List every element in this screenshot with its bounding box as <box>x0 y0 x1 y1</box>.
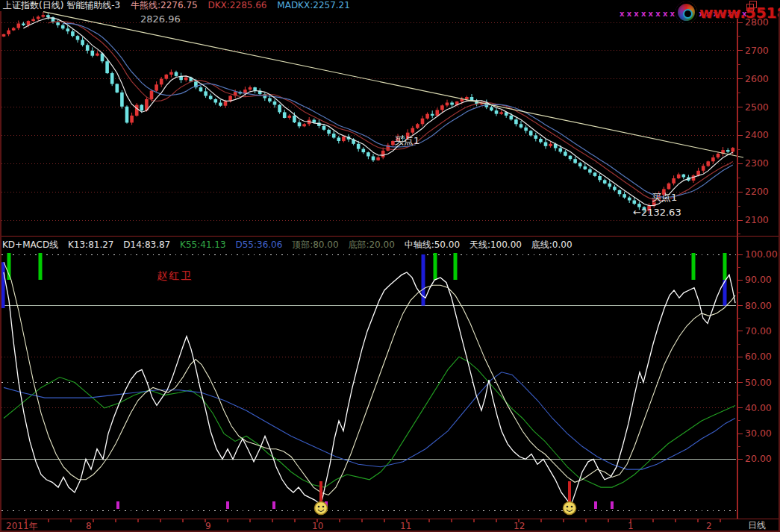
chart-canvas[interactable]: 28002700260025002400230022002100100.0090… <box>0 0 780 532</box>
candle-wicks-up <box>4 12 733 213</box>
x-axis-label: 2 <box>706 521 712 531</box>
skyline-value: 天线:100.00 <box>469 240 522 250</box>
author-signature: 赵红卫 <box>157 269 193 283</box>
green-signal-bar <box>723 253 727 280</box>
green-signal-bar <box>7 253 11 280</box>
time-axis-ticks <box>4 519 734 522</box>
price-axis: 28002700260025002400230022002100 <box>737 11 769 519</box>
y-axis-label: 2600 <box>745 73 769 84</box>
x-axis-label: 2011年 <box>6 521 38 531</box>
magenta-tick <box>272 501 275 509</box>
chart-annotation: 2826.96 <box>140 13 181 25</box>
chart-annotation: ←2132.63 <box>633 207 681 218</box>
bull-bear-line-value: 牛熊线:2276.75 <box>131 0 198 10</box>
y-axis-label: 2200 <box>745 186 769 197</box>
ma-blue <box>63 23 733 197</box>
candlestick-series <box>2 12 734 213</box>
index-title: 上证指数(日线) 智能辅助线-3 <box>3 0 120 10</box>
chart-annotation: 买点1 <box>394 135 419 146</box>
magenta-tick <box>611 501 614 509</box>
y-axis-label: 90.00 <box>745 274 772 285</box>
y-axis-label: 60.00 <box>745 351 772 362</box>
candle-wicks-down <box>23 13 728 213</box>
indicator-header: KD+MACD线 K13:81.27 D14:83.87 K55:41.13 D… <box>2 238 579 251</box>
madkx-value: MADKX:2257.21 <box>277 0 350 10</box>
magenta-tick <box>594 501 597 509</box>
indicator-grid <box>1 254 736 510</box>
site-watermark: www.55188.com <box>676 1 780 24</box>
logo-url-text: www.55188.com <box>699 4 780 22</box>
chart-annotation: 买点1 <box>652 192 677 203</box>
y-axis-label: 80.00 <box>745 300 772 311</box>
y-axis-label: 20.00 <box>745 453 772 464</box>
green-signal-bar <box>692 253 696 280</box>
green-signal-bar <box>454 253 458 280</box>
stock-app-window: 28002700260025002400230022002100100.0090… <box>0 0 780 532</box>
x-axis-label: 9 <box>205 521 211 531</box>
x-axis-label: 10 <box>312 521 323 531</box>
logo-swirl-icon <box>676 1 697 23</box>
magenta-tick <box>226 501 229 509</box>
k13-value: K13:81.27 <box>68 240 114 250</box>
y-axis-label: 50.00 <box>745 377 772 388</box>
signal-bars <box>1 253 727 308</box>
green-signal-bar <box>434 253 437 280</box>
y-axis-label: 2300 <box>745 157 769 169</box>
main-chart-header: 上证指数(日线) 智能辅助线-3 牛熊线:2276.75 DKX:2285.66… <box>3 0 358 11</box>
x-axis-label: 1 <box>628 521 634 531</box>
k55-value: K55:41.13 <box>180 240 226 250</box>
indicator-axis: 100.0090.0080.0070.0060.0050.0040.0030.0… <box>737 248 778 464</box>
y-axis-label: 2400 <box>745 129 769 140</box>
y-axis-label: 30.00 <box>745 428 772 439</box>
midline-value: 中轴线:50.00 <box>405 240 460 250</box>
indicator-line-K55 <box>4 357 735 487</box>
y-axis-label: 100.00 <box>745 248 778 260</box>
green-signal-bar <box>39 253 43 280</box>
blue-signal-bar <box>1 262 5 308</box>
y-axis-label: 2700 <box>745 45 769 56</box>
floorline-value: 底线:0.00 <box>531 240 572 250</box>
window-restore-icon <box>749 1 757 8</box>
indicator-name[interactable]: KD+MACD线 <box>2 240 58 250</box>
x-axis-label: 8 <box>86 521 92 531</box>
y-axis-label: 70.00 <box>745 325 772 337</box>
y-axis-label: 2100 <box>745 214 769 225</box>
blue-signal-bar <box>422 254 425 306</box>
d14-value: D14:83.87 <box>123 240 170 250</box>
ma-crimson <box>48 22 732 201</box>
d55-value: D55:36.06 <box>235 240 282 250</box>
x-axis-label: 12 <box>514 521 525 531</box>
window-border-left <box>0 11 1 532</box>
indicator-line-D14 <box>4 262 735 495</box>
magenta-tick <box>116 501 119 509</box>
top-threshold-value: 顶部:80.00 <box>292 240 338 250</box>
x-axis-label: 11 <box>400 521 411 531</box>
dkx-value: DKX:2285.66 <box>208 0 266 10</box>
bottom-threshold-value: 底部:20.00 <box>348 240 394 250</box>
y-axis-label: 40.00 <box>745 402 772 413</box>
y-axis-label: 2500 <box>745 101 769 113</box>
indicator-line-K13 <box>4 272 735 505</box>
indicator-line-D55 <box>4 372 735 469</box>
